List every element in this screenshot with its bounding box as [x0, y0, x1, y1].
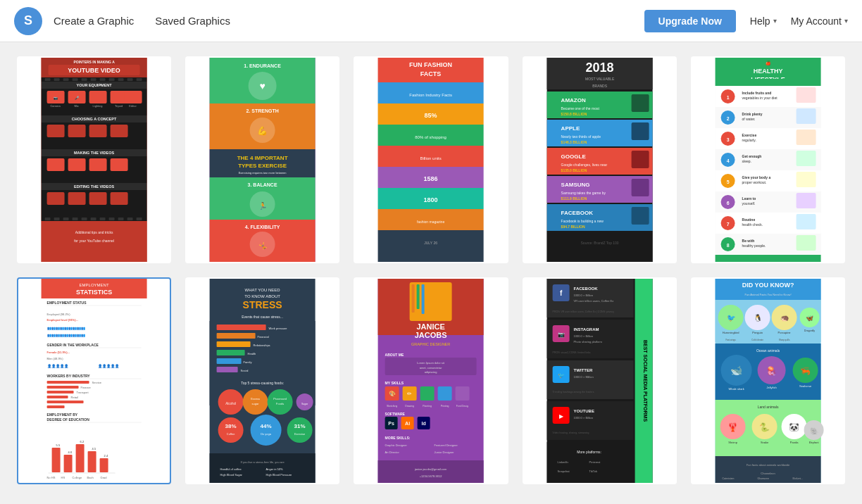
svg-text:3: 3 [726, 137, 729, 142]
card-employment-stats[interactable]: EMPLOYMENT STATISTICS EMPLOYMENT STATUS … [17, 277, 171, 484]
svg-text:Mic: Mic [74, 104, 78, 108]
svg-rect-26 [125, 91, 142, 103]
svg-text:Get enough: Get enough [742, 154, 761, 158]
upgrade-button[interactable]: Upgrade Now [644, 10, 736, 32]
svg-text:6.2: 6.2 [80, 440, 85, 443]
svg-rect-38 [111, 125, 128, 137]
svg-text:Video hosting, sharing, stream: Video hosting, sharing, streaming [552, 431, 589, 434]
svg-rect-292 [422, 284, 425, 314]
card-healthy-lifestyle[interactable]: 🍎 HEALTHY LIFESTYLE 1 Include fruits and… [691, 56, 845, 263]
svg-text:Anger in 50%: Anger in 50% [266, 467, 283, 471]
card-youtube-video[interactable]: POINTERS IN MAKING A YOUTUBE VIDEO [17, 56, 171, 263]
svg-text:Fast wings: Fast wings [725, 339, 736, 341]
card-janice-jacobs[interactable]: JANICE JACOBS GRAPHIC DESIGNER ABOUT ME … [354, 277, 508, 484]
svg-text:Give your body a: Give your body a [742, 175, 770, 179]
svg-text:Panda: Panda [790, 441, 799, 444]
svg-text:🍎: 🍎 [766, 61, 771, 66]
svg-text:AMAZON: AMAZON [561, 97, 585, 103]
svg-text:Elephant: Elephant [808, 441, 818, 444]
svg-text:for your YouTube channel: for your YouTube channel [74, 239, 114, 243]
card-image-social: BEST SOCIAL MEDIA PLATFORMS f FACEBOOK 1… [524, 279, 675, 483]
card-social-media[interactable]: BEST SOCIAL MEDIA PLATFORMS f FACEBOOK 1… [523, 277, 677, 484]
svg-rect-11 [91, 78, 96, 81]
svg-text:TikTok: TikTok [589, 470, 596, 473]
svg-text:Alcohol: Alcohol [225, 402, 236, 405]
svg-text:College: College [73, 476, 82, 479]
svg-text:Finance: Finance [81, 386, 92, 389]
nav-create-graphic[interactable]: Create a Graphic [54, 15, 134, 27]
svg-text:🦋: 🦋 [806, 314, 814, 322]
svg-text:$94.7 BILLION: $94.7 BILLION [561, 225, 585, 229]
svg-rect-218 [47, 391, 74, 393]
svg-rect-50 [68, 192, 86, 205]
svg-text:♥: ♥ [260, 80, 266, 92]
svg-rect-307 [438, 386, 452, 401]
svg-rect-45 [111, 158, 128, 171]
svg-text:Ps: Ps [389, 421, 395, 426]
svg-text:Sugar: Sugar [301, 403, 308, 405]
svg-rect-182 [796, 193, 816, 208]
svg-text:Transport: Transport [77, 391, 89, 394]
svg-text:Additional tips and tricks: Additional tips and tricks [75, 230, 113, 234]
svg-rect-251 [217, 333, 256, 339]
card-fun-fashion[interactable]: FUN FASHION FACTS Fashion Industry Facts… [354, 56, 508, 263]
svg-text:4: 4 [726, 158, 729, 163]
help-menu[interactable]: Help ▾ [750, 15, 777, 27]
svg-text:MOST VALUABLE: MOST VALUABLE [585, 77, 615, 81]
header-right: Upgrade Now Help ▾ My Account ▾ [644, 10, 848, 32]
card-valuable-brands[interactable]: 2018 MOST VALUABLE BRANDS AMAZON Became … [523, 56, 677, 263]
svg-text:Penguin: Penguin [752, 331, 763, 334]
svg-text:Lorem Ipsum dolor sit: Lorem Ipsum dolor sit [418, 361, 445, 365]
svg-text:DID YOU KNOW?: DID YOU KNOW? [742, 282, 794, 289]
svg-text:sugar: sugar [252, 402, 260, 405]
svg-text:APPLE: APPLE [561, 125, 580, 132]
svg-rect-35 [47, 125, 65, 137]
svg-text:80% of shopping: 80% of shopping [416, 135, 447, 139]
svg-text:🐼: 🐼 [789, 422, 799, 432]
svg-text:FUN FASHION: FUN FASHION [409, 61, 452, 68]
card-stress[interactable]: WHAT YOU NEED TO KNOW ABOUT STRESS Event… [185, 277, 339, 484]
svg-text:Financial: Financial [258, 335, 269, 339]
svg-text:$135.0 BILLION: $135.0 BILLION [561, 168, 587, 172]
svg-text:Grad: Grad [101, 476, 107, 479]
card-image-brands: 2018 MOST VALUABLE BRANDS AMAZON Became … [524, 58, 675, 262]
svg-rect-59 [91, 218, 96, 220]
svg-text:Photo sharing platform: Photo sharing platform [573, 340, 602, 344]
svg-rect-36 [68, 125, 86, 137]
svg-text:Processed: Processed [273, 397, 287, 401]
svg-rect-13 [109, 78, 115, 81]
svg-text:Excess: Excess [251, 397, 260, 401]
svg-rect-123 [631, 122, 649, 140]
account-menu[interactable]: My Account ▾ [791, 15, 848, 27]
svg-text:POINTERS IN MAKING A: POINTERS IN MAKING A [73, 60, 115, 64]
svg-rect-64 [137, 218, 142, 220]
svg-text:🦔: 🦔 [780, 313, 789, 322]
svg-text:Drawing: Drawing [406, 405, 415, 408]
svg-text:Cateristem: Cateristem [722, 477, 734, 480]
card-types-exercise[interactable]: 1. ENDURANCE ♥ 2. STRENGTH 💪 THE 4 IMPOR… [185, 56, 339, 263]
logo-avatar: S [14, 7, 42, 35]
svg-rect-229 [76, 444, 85, 472]
svg-text:Trending hashtags among the le: Trending hashtags among the leaders [552, 391, 594, 393]
svg-rect-306 [420, 386, 435, 401]
nav-saved-graphics[interactable]: Saved Graphics [155, 15, 230, 27]
svg-point-272 [218, 417, 244, 443]
svg-rect-146 [715, 79, 820, 86]
svg-text:Exercising requires two more b: Exercising requires two more between [239, 171, 287, 175]
svg-text:2018: 2018 [585, 61, 613, 75]
svg-text:GOOGLE: GOOGLE [561, 153, 586, 160]
svg-text:regularly.: regularly. [742, 138, 756, 142]
svg-text:VR user trillion users, Coffee: VR user trillion users, Coffee Ex [573, 299, 613, 303]
svg-text:Id: Id [422, 421, 426, 426]
svg-text:Coffee: Coffee [227, 432, 235, 436]
svg-text:High Blood Pressure: High Blood Pressure [266, 473, 292, 477]
svg-text:EMPLOYMENT BY: EMPLOYMENT BY [47, 412, 78, 417]
svg-text:YOUTUBE VIDEO: YOUTUBE VIDEO [68, 67, 120, 74]
svg-rect-12 [100, 78, 106, 81]
svg-text:GENDER IN THE WORKPLACE: GENDER IN THE WORKPLACE [47, 343, 99, 347]
infographic-grid: POINTERS IN MAKING A YOUTUBE VIDEO [17, 56, 845, 484]
svg-text:🦐: 🦐 [800, 365, 811, 376]
svg-text:Exercise: Exercise [294, 432, 306, 436]
svg-text:CHOOSING A CONCEPT: CHOOSING A CONCEPT [72, 117, 117, 121]
card-did-you-know[interactable]: DID YOU KNOW? Fun Animal Facts You Need … [691, 277, 845, 484]
